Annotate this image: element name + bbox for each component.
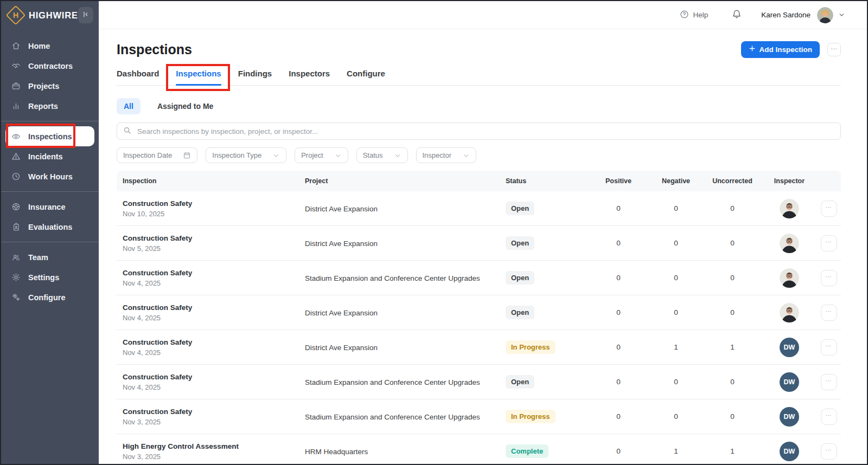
- help-button[interactable]: Help: [680, 10, 708, 21]
- status-badge: Open: [506, 236, 534, 250]
- user-name: Karen Sardone: [761, 11, 810, 19]
- brand-name: HIGHWIRE: [29, 10, 78, 21]
- project-name: District Ave Expansion: [305, 309, 378, 317]
- inspection-date: Nov 4, 2025: [123, 314, 299, 322]
- sidebar: H HIGHWIRE HomeContractorsProjectsReport…: [1, 1, 99, 464]
- table-row[interactable]: Construction SafetyNov 4, 2025Stadium Ex…: [117, 365, 841, 399]
- inspector-avatar[interactable]: DW: [780, 338, 799, 357]
- inspection-date: Nov 10, 2025: [123, 210, 299, 218]
- filter-status[interactable]: Status: [356, 147, 408, 163]
- inspection-name: Construction Safety: [123, 234, 299, 242]
- positive-count: 0: [616, 343, 621, 351]
- inspection-date: Nov 4, 2025: [123, 279, 299, 287]
- negative-count: 1: [674, 343, 678, 351]
- calendar-icon: [183, 151, 191, 159]
- row-actions-button[interactable]: ⋯: [821, 201, 837, 217]
- sidebar-item-evaluations[interactable]: Evaluations: [1, 217, 99, 237]
- inspections-table: InspectionProjectStatusPositiveNegativeU…: [117, 171, 841, 465]
- row-actions-button[interactable]: ⋯: [821, 235, 837, 251]
- sidebar-item-inspections[interactable]: Inspections: [5, 126, 94, 146]
- sidebar-item-reports[interactable]: Reports: [1, 96, 99, 116]
- sidebar-divider: [1, 242, 99, 242]
- negative-count: 0: [674, 239, 678, 247]
- sidebar-item-team[interactable]: Team: [1, 247, 99, 267]
- row-actions-button[interactable]: ⋯: [821, 305, 837, 321]
- row-actions-button[interactable]: ⋯: [821, 409, 837, 425]
- tab-label: Dashboard: [117, 69, 159, 78]
- sidebar-item-incidents[interactable]: Incidents: [1, 146, 99, 166]
- sidebar-item-label: Incidents: [28, 152, 63, 161]
- filter-pill-assigned-to-me[interactable]: Assigned to Me: [150, 98, 220, 114]
- row-actions-button[interactable]: ⋯: [821, 374, 837, 390]
- filter-label: Project: [301, 151, 323, 159]
- sidebar-item-label: Home: [28, 42, 50, 50]
- row-actions-button[interactable]: ⋯: [821, 270, 837, 286]
- table-row[interactable]: Construction SafetyNov 4, 2025District A…: [117, 295, 841, 330]
- negative-count: 0: [674, 204, 678, 212]
- tab-inspectors[interactable]: Inspectors: [289, 66, 330, 85]
- search-input[interactable]: [136, 127, 834, 136]
- uncorrected-count: 0: [730, 239, 735, 247]
- positive-count: 0: [616, 204, 621, 212]
- table-row[interactable]: Construction SafetyNov 4, 2025Stadium Ex…: [117, 261, 841, 295]
- user-menu[interactable]: Karen Sardone: [761, 7, 845, 23]
- filter-pill-all[interactable]: All: [117, 98, 141, 114]
- tab-configure[interactable]: Configure: [347, 66, 385, 85]
- filter-inspector[interactable]: Inspector: [416, 147, 476, 163]
- table-row[interactable]: Construction SafetyNov 4, 2025District A…: [117, 330, 841, 365]
- sidebar-item-insurance[interactable]: Insurance: [1, 197, 99, 217]
- inspector-avatar[interactable]: [780, 199, 799, 218]
- project-name: District Ave Expansion: [305, 344, 378, 352]
- tab-label: Configure: [347, 69, 385, 78]
- tab-label: Inspections: [176, 69, 221, 78]
- table-row[interactable]: Construction SafetyNov 10, 2025District …: [117, 191, 841, 226]
- negative-count: 0: [674, 378, 678, 386]
- inspector-avatar[interactable]: DW: [780, 442, 799, 461]
- ellipsis-icon: ⋯: [826, 308, 832, 315]
- sidebar-divider: [1, 191, 99, 192]
- sidebar-item-projects[interactable]: Projects: [1, 76, 99, 96]
- inspector-avatar[interactable]: DW: [780, 372, 799, 392]
- ellipsis-icon: ⋯: [826, 447, 832, 454]
- sidebar-item-home[interactable]: Home: [1, 36, 99, 56]
- notifications-button[interactable]: [732, 9, 742, 21]
- inspector-avatar[interactable]: [780, 303, 799, 322]
- filter-inspection-type[interactable]: Inspection Type: [206, 147, 286, 163]
- tab-inspections[interactable]: Inspections: [176, 66, 221, 85]
- logo-diamond-icon: H: [6, 5, 26, 25]
- sidebar-item-settings[interactable]: Settings: [1, 267, 99, 287]
- table-row[interactable]: Construction SafetyNov 3, 2025Stadium Ex…: [117, 399, 841, 434]
- column-header-project: Project: [299, 177, 500, 185]
- inspection-name: Construction Safety: [123, 269, 299, 277]
- main-area: Help Karen Sardone Inspections: [99, 1, 867, 464]
- filter-project[interactable]: Project: [295, 147, 348, 163]
- column-header-positive: Positive: [589, 177, 648, 185]
- inspector-avatar[interactable]: [780, 268, 799, 288]
- inspector-avatar[interactable]: [780, 234, 799, 253]
- life-ring-icon: [11, 202, 21, 211]
- sidebar-item-configure[interactable]: Configure: [1, 287, 99, 307]
- negative-count: 0: [674, 308, 678, 317]
- tab-findings[interactable]: Findings: [238, 66, 272, 85]
- sidebar-item-work-hours[interactable]: Work Hours: [1, 166, 99, 186]
- table-row[interactable]: High Energy Control AssessmentNov 3, 202…: [117, 434, 841, 465]
- sidebar-item-label: Team: [28, 253, 48, 262]
- row-actions-button[interactable]: ⋯: [821, 443, 837, 460]
- collapse-sidebar-button[interactable]: [78, 7, 93, 23]
- sidebar-item-contractors[interactable]: Contractors: [1, 56, 99, 76]
- page-more-actions-button[interactable]: ⋯: [827, 43, 841, 56]
- table-row[interactable]: Construction SafetyNov 5, 2025District A…: [117, 226, 841, 261]
- add-inspection-button[interactable]: Add Inspection: [741, 41, 820, 58]
- column-header-inspection: Inspection: [117, 177, 299, 185]
- sidebar-item-label: Settings: [28, 273, 59, 282]
- clock-icon: [11, 172, 21, 181]
- row-actions-button[interactable]: ⋯: [821, 339, 837, 356]
- tab-dashboard[interactable]: Dashboard: [117, 66, 159, 85]
- inspector-avatar[interactable]: DW: [780, 407, 799, 427]
- sidebar-item-label: Evaluations: [28, 223, 72, 231]
- filter-inspection-date[interactable]: Inspection Date: [117, 147, 197, 163]
- highwire-logo: H HIGHWIRE: [1, 1, 99, 29]
- uncorrected-count: 0: [730, 412, 735, 421]
- status-badge: In Progress: [506, 410, 556, 423]
- help-label: Help: [693, 11, 708, 19]
